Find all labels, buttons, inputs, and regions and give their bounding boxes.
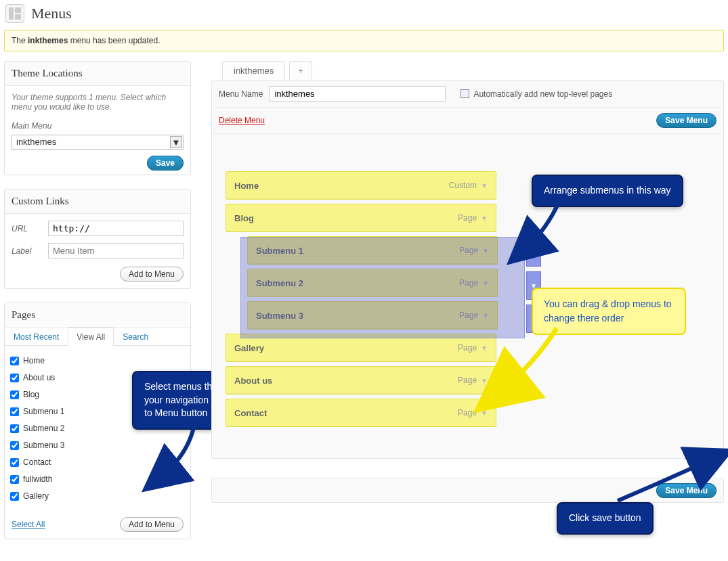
chevron-down-icon[interactable]: ▼ [481, 182, 488, 189]
callout-click-save: Click save button [557, 502, 654, 535]
menu-item-type: Page▼ [458, 343, 488, 353]
page-checkbox-item[interactable]: Submenu 3 [7, 437, 188, 454]
add-pages-to-menu-button[interactable]: Add to Menu [120, 517, 184, 532]
page-checkbox[interactable] [10, 492, 19, 501]
page-item-label: Gallery [23, 491, 49, 501]
theme-locations-panel: Theme Locations Your theme supports 1 me… [4, 61, 191, 175]
page-checkbox[interactable] [10, 390, 19, 399]
menu-item-label: Contact [234, 408, 267, 418]
notice-text-2: menu has been updated. [68, 36, 160, 45]
page-checkbox[interactable] [10, 357, 19, 365]
notice-text: The [12, 36, 28, 45]
page-item-label: Contact [23, 457, 51, 467]
svg-rect-0 [9, 7, 14, 20]
save-theme-location-button[interactable]: Save [147, 156, 184, 171]
chevron-down-icon[interactable]: ▼ [481, 344, 488, 352]
page-item-label: Blog [23, 390, 39, 399]
url-label: URL [12, 224, 41, 233]
label-input[interactable] [48, 243, 184, 259]
save-menu-bottom-button[interactable]: Save Menu [656, 483, 716, 498]
page-title: Menus [31, 5, 72, 22]
menus-icon [5, 4, 24, 23]
main-menu-select[interactable]: inkthemes [12, 135, 184, 150]
auto-add-label: Automatically add new top-level pages [473, 89, 612, 99]
save-menu-top-button[interactable]: Save Menu [656, 113, 716, 128]
chevron-down-icon[interactable]: ▼ [481, 215, 488, 222]
submenu-highlight [240, 237, 525, 338]
menu-item[interactable]: HomeCustom▼ [226, 171, 496, 200]
menu-name-input[interactable] [270, 86, 446, 102]
page-item-label: Submenu 1 [23, 407, 64, 416]
menu-item-type: Page▼ [458, 376, 488, 385]
menu-item-type: Page▼ [458, 408, 488, 418]
page-checkbox[interactable] [10, 374, 19, 382]
svg-rect-2 [15, 14, 21, 20]
page-item-label: fullwidth [23, 474, 52, 484]
page-checkbox-item[interactable]: Home [7, 353, 188, 369]
menu-item-label: About us [234, 376, 272, 386]
page-checkbox[interactable] [10, 458, 19, 467]
page-checkbox-item[interactable]: Contact [7, 454, 188, 471]
pages-title: Pages [5, 303, 190, 328]
page-item-label: Submenu 3 [23, 441, 64, 450]
custom-links-panel: Custom Links URL Label Add to Menu [4, 189, 191, 289]
page-checkbox-item[interactable]: fullwidth [7, 471, 188, 488]
pages-panel: Pages Most Recent View All Search HomeAb… [4, 302, 191, 539]
theme-locations-desc: Your theme supports 1 menu. Select which… [12, 93, 184, 112]
tab-search[interactable]: Search [114, 328, 157, 346]
update-notice: The inkthemes menu has been updated. [4, 30, 724, 51]
chevron-down-icon[interactable]: ▼ [481, 409, 488, 417]
page-item-label: Submenu 2 [23, 424, 64, 433]
label-label: Label [12, 246, 41, 256]
menu-item[interactable]: ContactPage▼ [226, 399, 496, 427]
tab-view-all[interactable]: View All [68, 328, 114, 346]
svg-rect-1 [15, 7, 21, 13]
menu-tab-inkthemes[interactable]: inkthemes [222, 61, 285, 80]
checkbox-icon [461, 89, 469, 98]
menu-item-type: Custom▼ [449, 181, 488, 190]
menu-item-label: Home [234, 181, 259, 191]
page-item-label: Home [23, 356, 45, 365]
notice-strong: inkthemes [28, 36, 68, 45]
page-checkbox-item[interactable]: Gallery [7, 488, 188, 505]
page-item-label: About us [23, 373, 55, 382]
auto-add-checkbox[interactable]: Automatically add new top-level pages [461, 89, 612, 99]
menu-name-label: Menu Name [219, 89, 263, 99]
menu-item-label: Blog [234, 213, 254, 223]
theme-locations-title: Theme Locations [5, 62, 190, 86]
drag-handle-icon[interactable]: ▼ [526, 238, 541, 267]
url-input[interactable] [48, 221, 184, 236]
select-all-link[interactable]: Select All [12, 520, 45, 529]
menu-item-type: Page▼ [458, 213, 488, 223]
callout-drag-drop: You can drag & drop menus to change ther… [532, 288, 686, 335]
menu-item[interactable]: About usPage▼ [226, 366, 496, 395]
page-checkbox[interactable] [10, 407, 19, 416]
page-checkbox[interactable] [10, 424, 19, 433]
page-checkbox[interactable] [10, 475, 19, 484]
tab-most-recent[interactable]: Most Recent [5, 328, 68, 346]
main-menu-label: Main Menu [12, 121, 184, 131]
chevron-down-icon[interactable]: ▼ [481, 377, 488, 384]
add-custom-link-button[interactable]: Add to Menu [120, 267, 184, 282]
menu-item-label: Gallery [234, 343, 264, 353]
page-checkbox[interactable] [10, 441, 19, 450]
custom-links-title: Custom Links [5, 189, 190, 214]
menu-item[interactable]: BlogPage▼ [226, 204, 496, 232]
callout-arrange-submenus: Arrange submenus in this way [532, 175, 683, 207]
delete-menu-link[interactable]: Delete Menu [219, 116, 265, 125]
add-menu-tab[interactable]: + [289, 61, 312, 80]
